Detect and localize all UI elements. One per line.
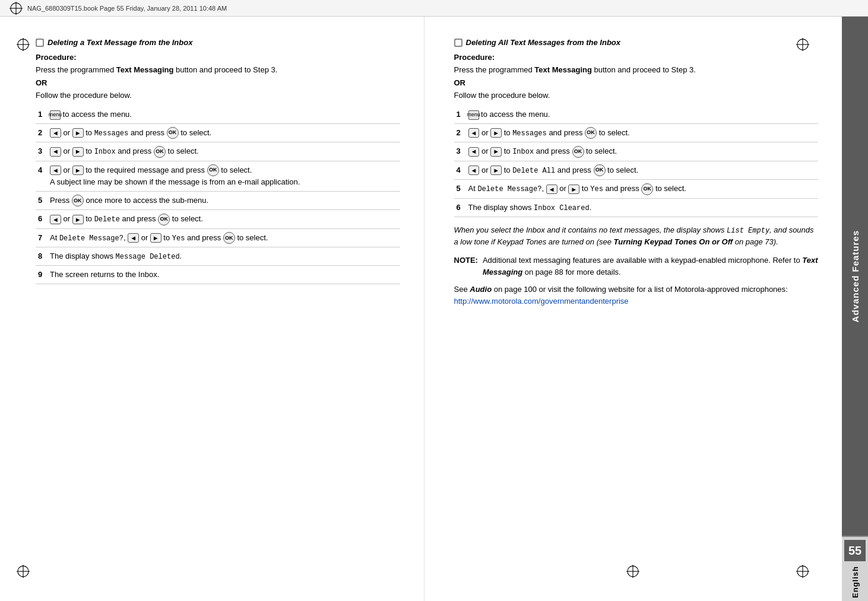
step-num: 7 xyxy=(36,228,47,247)
step-content: ◄ or ► to the required message and press… xyxy=(47,161,400,191)
right-nav-icon: ► xyxy=(150,233,161,243)
sidebar-main: Advanced Features xyxy=(842,17,868,536)
left-step-4: 4 ◄ or ► to the required message and pre… xyxy=(36,161,400,191)
step-num: 6 xyxy=(454,198,466,217)
section-icon-right xyxy=(454,39,462,47)
right-nav-icon: ► xyxy=(72,215,84,224)
right-step-5: 5 At Delete Message?, ◄ or ► to Yes and … xyxy=(454,180,819,199)
left-procedure-text2: Follow the procedure below. xyxy=(36,90,400,101)
step-num: 6 xyxy=(36,210,47,229)
reg-mark-top-left xyxy=(17,38,30,53)
main-content: Deleting a Text Message from the Inbox P… xyxy=(0,17,868,601)
step-content: The display shows Inbox Cleared. xyxy=(466,198,819,217)
right-step-4: 4 ◄ or ► to Delete All and press OK to s… xyxy=(454,161,819,180)
step-content: At Delete Message?, ◄ or ► to Yes and pr… xyxy=(466,180,819,199)
left-nav-icon: ◄ xyxy=(50,147,61,157)
right-procedure-label: Procedure: xyxy=(454,53,819,62)
right-nav-icon: ► xyxy=(490,147,502,157)
left-nav-icon: ◄ xyxy=(468,147,480,157)
ok-button-icon: OK xyxy=(158,214,170,225)
right-section-title: Deleting All Text Messages from the Inbo… xyxy=(454,38,819,47)
top-bar: NAG_6880309T15.book Page 55 Friday, Janu… xyxy=(0,0,868,17)
motorola-link[interactable]: http://www.motorola.com/governmentandent… xyxy=(454,297,629,306)
step-num: 3 xyxy=(454,142,466,161)
right-nav-icon: ► xyxy=(490,128,502,138)
left-steps-table: 1 menu to access the menu. 2 ◄ or ► xyxy=(36,106,400,284)
left-step-8: 8 The display shows Message Deleted. xyxy=(36,247,400,266)
note-label: NOTE: xyxy=(454,255,478,278)
reg-mark-bottom-right xyxy=(796,565,809,580)
reg-mark-bottom-center xyxy=(626,565,639,580)
left-step-2: 2 ◄ or ► to Messages and press OK to sel… xyxy=(36,123,400,142)
sidebar-english: 55 English xyxy=(842,536,868,601)
step-num: 5 xyxy=(36,191,47,210)
ok-button-icon: OK xyxy=(223,232,235,244)
step-content: The display shows Message Deleted. xyxy=(47,247,400,266)
step-content: ◄ or ► to Messages and press OK to selec… xyxy=(466,123,819,142)
note-text: Additional text messaging features are a… xyxy=(483,255,818,278)
step-content: ◄ or ► to Delete All and press OK to sel… xyxy=(466,161,819,180)
ok-button-icon: OK xyxy=(72,195,84,206)
see-audio-section: See Audio on page 100 or visit the follo… xyxy=(454,284,819,307)
note-section: NOTE: Additional text messaging features… xyxy=(454,255,819,278)
ok-button-icon: OK xyxy=(585,127,597,139)
step-num: 8 xyxy=(36,247,47,266)
step-content: ◄ or ► to Inbox and press OK to select. xyxy=(47,142,400,161)
step-num: 2 xyxy=(36,123,47,142)
step-num: 1 xyxy=(36,106,47,123)
right-step-3: 3 ◄ or ► to Inbox and press OK to select… xyxy=(454,142,819,161)
step-num: 4 xyxy=(36,161,47,191)
step-content: ◄ or ► to Delete and press OK to select. xyxy=(47,210,400,229)
right-step-1: 1 menu to access the menu. xyxy=(454,106,819,123)
step-content: The screen returns to the Inbox. xyxy=(47,266,400,284)
step-num: 3 xyxy=(36,142,47,161)
right-nav-icon: ► xyxy=(568,185,579,194)
right-step-6: 6 The display shows Inbox Cleared. xyxy=(454,198,819,217)
right-procedure-text1: Press the programmed Text Messaging butt… xyxy=(454,64,819,76)
step-content: ◄ or ► to Inbox and press OK to select. xyxy=(466,142,819,161)
left-procedure-text1: Press the programmed Text Messaging butt… xyxy=(36,64,400,76)
left-nav-icon: ◄ xyxy=(546,185,557,194)
left-nav-icon: ◄ xyxy=(468,166,480,175)
left-column: Deleting a Text Message from the Inbox P… xyxy=(0,17,425,601)
right-nav-icon: ► xyxy=(72,128,84,138)
left-or-text: OR xyxy=(36,78,400,87)
file-info: NAG_6880309T15.book Page 55 Friday, Janu… xyxy=(27,5,227,12)
left-step-5: 5 Press OK once more to access the sub-m… xyxy=(36,191,400,210)
left-nav-icon: ◄ xyxy=(50,166,61,175)
reg-mark-bottom-left xyxy=(17,565,30,580)
ok-button-icon: OK xyxy=(154,146,166,158)
ok-button-icon: OK xyxy=(641,183,653,195)
right-procedure-text2: Follow the procedure below. xyxy=(454,90,819,101)
ok-button-icon: OK xyxy=(167,127,179,139)
menu-button-icon: menu xyxy=(50,110,61,120)
left-nav-icon: ◄ xyxy=(128,233,139,243)
ok-button-icon: OK xyxy=(207,164,219,176)
left-nav-icon: ◄ xyxy=(468,128,480,138)
step-num: 1 xyxy=(454,106,466,123)
right-step-2: 2 ◄ or ► to Messages and press OK to sel… xyxy=(454,123,819,142)
sidebar-tab-label: Advanced Features xyxy=(850,230,860,322)
english-label: English xyxy=(851,566,860,598)
page-number: 55 xyxy=(844,540,866,561)
step-num: 9 xyxy=(36,266,47,284)
left-nav-icon: ◄ xyxy=(50,128,61,138)
right-column: Deleting All Text Messages from the Inbo… xyxy=(425,17,842,601)
step-num: 4 xyxy=(454,161,466,180)
left-section-title: Deleting a Text Message from the Inbox xyxy=(36,38,400,47)
ok-button-icon: OK xyxy=(572,146,584,158)
step-num: 5 xyxy=(454,180,466,199)
italic-note: When you select the Inbox and it contain… xyxy=(454,224,819,248)
left-step-1: 1 menu to access the menu. xyxy=(36,106,400,123)
left-nav-icon: ◄ xyxy=(50,215,61,224)
ok-button-icon: OK xyxy=(594,164,606,176)
left-step-3: 3 ◄ or ► to Inbox and press OK to select… xyxy=(36,142,400,161)
step-content: menu to access the menu. xyxy=(466,106,819,123)
left-procedure-label: Procedure: xyxy=(36,53,400,62)
right-nav-icon: ► xyxy=(490,166,502,175)
left-step-7: 7 At Delete Message?, ◄ or ► to Yes and … xyxy=(36,228,400,247)
step-content: menu to access the menu. xyxy=(47,106,400,123)
left-step-6: 6 ◄ or ► to Delete and press OK to selec… xyxy=(36,210,400,229)
menu-button-icon: menu xyxy=(468,110,479,120)
sidebar: Advanced Features 55 English xyxy=(842,17,868,601)
